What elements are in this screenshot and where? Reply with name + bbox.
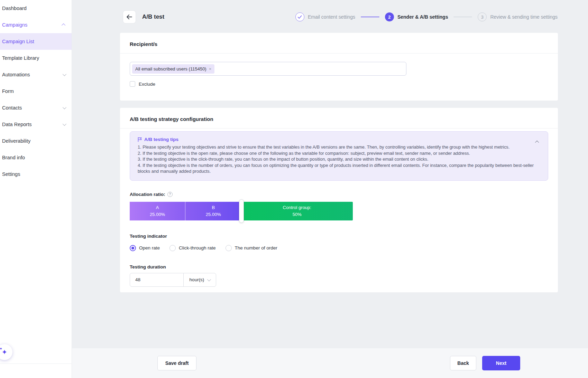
step-number-badge: 3 (478, 12, 487, 21)
duration-unit-select[interactable]: hour(s) (183, 273, 216, 287)
chevron-up-icon (62, 23, 65, 27)
sidebar-item-label: Template Library (2, 55, 39, 61)
recipients-input[interactable]: All email subscribed users (115450) × (130, 62, 406, 76)
collapse-tips-button[interactable] (536, 139, 539, 145)
tip-line: 4. If the testing objective is the numbe… (138, 162, 540, 174)
chevron-down-icon (207, 277, 211, 281)
allocation-ratio-label: Allocation ratio: (130, 192, 165, 197)
allocation-ratio-row: Allocation ratio: ? (130, 192, 548, 197)
segment-value: 50% (293, 212, 302, 217)
duration-unit-value: hour(s) (190, 277, 204, 282)
main-area: A/B test Email content settings 2 Sender… (72, 0, 588, 378)
arrow-left-icon (126, 14, 132, 20)
sidebar-item-automations[interactable]: Automations (0, 66, 72, 83)
step-label: Sender & A/B settings (397, 14, 448, 20)
step-connector (453, 17, 472, 17)
sidebar-item-settings[interactable]: Settings (0, 166, 72, 182)
step-label: Review & sending time settings (490, 14, 558, 20)
tip-line: 1. Please specify your testing objective… (138, 144, 540, 150)
step-connector (361, 17, 379, 17)
strategy-title: A/B testing strategy configuration (120, 108, 558, 128)
radio-unselected-icon (169, 245, 176, 251)
sidebar-item-campaigns[interactable]: Campaigns (0, 17, 72, 33)
sidebar-item-label: Data Reports (2, 122, 31, 127)
radio-unselected-icon (226, 245, 232, 251)
sidebar-item-deliverability[interactable]: Deliverability (0, 133, 72, 149)
back-button[interactable]: Back (450, 356, 476, 370)
chevron-down-icon (63, 72, 66, 76)
segment-value: 25.00% (206, 212, 221, 217)
sidebar-item-label: Automations (2, 72, 30, 77)
sidebar-item-dashboard[interactable]: Dashboard (0, 0, 72, 17)
radio-label: Open rate (139, 245, 160, 251)
footer-action-bar: Save draft Back Next (72, 348, 588, 378)
chevron-down-icon (63, 122, 66, 126)
tip-line: 3. If the testing objective is the click… (138, 156, 540, 162)
step-indicator: Email content settings 2 Sender & A/B se… (295, 12, 558, 21)
recipients-title: Recipient/s (120, 33, 558, 53)
exclude-label: Exclude (139, 82, 155, 87)
allocation-segment-a: A 25.00% (130, 202, 185, 220)
radio-label: The number of order (235, 245, 277, 251)
ab-testing-tips-panel: A/B testing tips 1. Please specify your … (130, 131, 548, 181)
remove-tag-icon[interactable]: × (209, 67, 212, 71)
flag-icon (138, 137, 142, 142)
sidebar-item-label: Contacts (2, 105, 22, 111)
duration-input[interactable] (130, 273, 184, 287)
sidebar-item-label: Form (2, 88, 14, 94)
sidebar-item-brand-info[interactable]: Brand info (0, 149, 72, 166)
help-icon[interactable]: ? (167, 192, 173, 197)
sidebar-item-label: Brand info (2, 155, 25, 160)
step-email-content-settings[interactable]: Email content settings (295, 12, 355, 21)
testing-indicator-options: Open rate Click-through rate The number … (130, 245, 548, 251)
allocation-ratio-bar: A 25.00% B 25.00% Control group: 50% (130, 202, 353, 220)
testing-duration-label: Testing duration (130, 264, 548, 270)
exclude-checkbox[interactable] (130, 81, 135, 87)
testing-duration-group: hour(s) (130, 273, 548, 287)
sidebar-item-label: Campaign List (2, 39, 34, 44)
ai-assistant-button[interactable]: ✦ ✦ (0, 344, 12, 360)
ab-strategy-card: A/B testing strategy configuration A/B t… (120, 108, 558, 292)
tips-title-row: A/B testing tips (138, 137, 540, 142)
sidebar-item-label: Dashboard (2, 6, 27, 11)
sidebar-divider (0, 363, 72, 364)
allocation-drag-handle[interactable] (239, 199, 244, 223)
next-button[interactable]: Next (482, 356, 520, 370)
sidebar-item-label: Settings (2, 171, 20, 177)
back-arrow-button[interactable] (123, 10, 136, 23)
chevron-down-icon (63, 105, 66, 109)
sidebar-item-form[interactable]: Form (0, 83, 72, 100)
segment-name: A (156, 205, 159, 210)
segment-name: B (212, 205, 215, 210)
step-review-sending-time[interactable]: 3 Review & sending time settings (478, 12, 558, 21)
step-number-badge: 2 (385, 12, 394, 21)
sidebar: Dashboard Campaigns Campaign List Templa… (0, 0, 72, 378)
radio-open-rate[interactable]: Open rate (130, 245, 160, 251)
page-header: A/B test Email content settings 2 Sender… (72, 0, 588, 30)
sidebar-item-contacts[interactable]: Contacts (0, 100, 72, 116)
page-title: A/B test (142, 13, 164, 20)
sidebar-item-campaign-list[interactable]: Campaign List (0, 33, 72, 50)
save-draft-button[interactable]: Save draft (157, 356, 196, 370)
testing-indicator-label: Testing indicator (130, 234, 548, 239)
step-sender-ab-settings[interactable]: 2 Sender & A/B settings (385, 12, 448, 21)
sidebar-item-template-library[interactable]: Template Library (0, 50, 72, 66)
divider (120, 128, 558, 129)
radio-number-of-order[interactable]: The number of order (226, 245, 277, 251)
radio-selected-icon (130, 245, 136, 251)
radio-label: Click-through rate (179, 245, 216, 251)
recipient-tag: All email subscribed users (115450) × (132, 64, 214, 74)
segment-value: 25.00% (150, 212, 165, 217)
recipients-card: Recipient/s All email subscribed users (… (120, 33, 558, 101)
radio-click-through-rate[interactable]: Click-through rate (169, 245, 216, 251)
segment-name: Control group: (283, 205, 311, 210)
recipient-tag-label: All email subscribed users (115450) (135, 66, 206, 72)
step-label: Email content settings (308, 14, 355, 20)
sidebar-item-label: Deliverability (2, 138, 30, 144)
check-circle-icon (295, 12, 304, 21)
sidebar-item-data-reports[interactable]: Data Reports (0, 116, 72, 133)
allocation-segment-control: Control group: 50% (241, 202, 353, 220)
divider (120, 53, 558, 54)
exclude-row: Exclude (130, 81, 548, 87)
tips-title: A/B testing tips (144, 137, 178, 142)
